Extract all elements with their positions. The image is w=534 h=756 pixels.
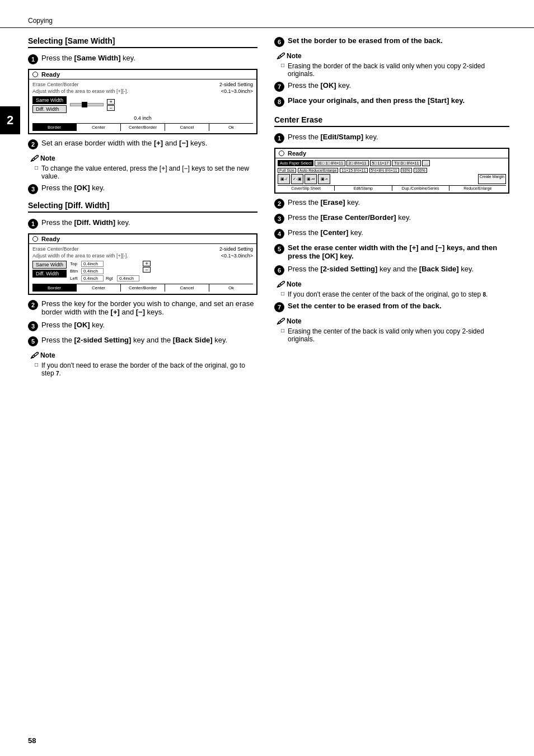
diff-top-field: Top 0.4inch (70, 261, 139, 267)
right-step6-content: Set the border to be erased from of the … (288, 36, 509, 45)
note-box-6-right: 🖊 Note Erasing the border of the back is… (274, 51, 509, 78)
ui-plus-btn[interactable]: + (107, 99, 115, 105)
note-icon-2: 🖊 (30, 154, 38, 163)
chapter-tab: 2 (0, 106, 20, 134)
diff-right-label: Rgt (106, 276, 116, 281)
ce-cover-slip-btn[interactable]: Cover/Slip Sheet (278, 186, 335, 191)
ce-step5-text: Set the erase center width with the [+] … (288, 243, 497, 260)
diff-same-width-btn[interactable]: Same Width (32, 261, 67, 269)
ce-step-number-2: 2 (274, 199, 284, 209)
same-width-heading: Selecting [Same Width] (28, 36, 257, 48)
breadcrumb: Copying (0, 11, 534, 28)
right-step-number-7: 7 (274, 82, 284, 92)
ce-step5: 5 Set the erase center width with the [+… (274, 243, 509, 260)
ce-size-1115[interactable]: 11×15 8½×11 (340, 168, 367, 173)
ce-auto-reduce[interactable]: Auto Reduce/Enlarge (298, 168, 339, 173)
ui-diff-sub-label: Adjust width of the area to erase with [… (32, 253, 128, 259)
ce-icon-3[interactable]: ▣-▪▪ (305, 174, 317, 184)
ui-diff-border-btn[interactable]: Border (32, 284, 77, 292)
ce-tab-2[interactable]: 2□ 8½×11 (346, 160, 369, 166)
ce-step-number-7: 7 (274, 302, 284, 312)
ce-reduce-enlarge-btn[interactable]: Reduce/Enlarge (449, 186, 506, 191)
ui-diff-bottom-btns: Border Center Center/Border Cancel Ok (32, 284, 253, 292)
ui-width-btns: Same Width Diff. Width (32, 96, 67, 113)
ce-note-para-7: Erasing the center of the back is valid … (281, 327, 509, 343)
diff-step-number-3: 3 (28, 321, 38, 331)
same-width-step3: 3 Press the [OK] key. (28, 184, 257, 194)
ce-note-text-6: If you don't erase the center of the bac… (277, 290, 509, 298)
ce-step3: 3 Press the [Erase Center/Border] key. (274, 213, 509, 224)
diff-left-field: Left 0.4inch (70, 275, 104, 281)
ui-minus-btn[interactable]: − (107, 105, 115, 111)
ce-dup-combine-btn[interactable]: Dup./Combine/Series (392, 186, 449, 191)
diff-width-btn[interactable]: Diff. Width (32, 105, 67, 113)
ui-diff-minus-btn[interactable]: − (143, 267, 151, 273)
left-step5-text: Press the [2-sided Setting] key and the … (41, 336, 227, 344)
step2-content: Set an erase border width with the [+] a… (41, 139, 257, 147)
ui-diff-cancel-btn[interactable]: Cancel (165, 284, 209, 292)
diff-width-step3: 3 Press the [OK] key. (28, 321, 257, 331)
ce-size-55[interactable]: 5½×8½ 8½×11 (369, 168, 399, 173)
ce-pct-93[interactable]: 93% (401, 168, 412, 173)
diff-bot-field: Btm 0.4inch (70, 268, 139, 274)
ce-step2-content: Press the [Erase] key. (288, 198, 509, 206)
ce-icon-4[interactable]: ▣-▪ (318, 174, 330, 184)
ui-slider-track (70, 103, 104, 106)
ui-diff-centerborder-btn[interactable]: Center/Border (121, 284, 165, 292)
ce-create-margin[interactable]: Create Margin (478, 174, 506, 184)
diff-step-number-1: 1 (28, 219, 38, 229)
note-box-5: 🖊 Note If you don't need to erase the bo… (28, 351, 257, 377)
ce-tab-1e[interactable]: 1E□ 1□ 8½×11 (315, 160, 345, 166)
ce-row2: Full Size Auto Reduce/Enlarge 11×15 8½×1… (278, 168, 506, 173)
diff-step2-text: Press the key for the border you wish to… (41, 299, 254, 316)
ui-diff-ok-btn[interactable]: Ok (209, 284, 253, 292)
right-step-number-6: 6 (274, 37, 284, 47)
diff-width-step1: 1 Press the [Diff. Width] key. (28, 218, 257, 229)
ce-full-size[interactable]: Full Size (278, 168, 296, 173)
ui-center-btn[interactable]: Center (77, 124, 121, 131)
step3-text: Press the [OK] key. (41, 184, 105, 192)
ui-value-display: 0.4 inch (32, 115, 253, 121)
ce-pct-100[interactable]: 100% (414, 168, 427, 173)
ce-icon-2[interactable]: ✓-▣ (291, 174, 303, 184)
ui-cancel-btn[interactable]: Cancel (165, 124, 209, 131)
ce-icon-1[interactable]: ▣-/ (278, 174, 290, 184)
note-icon-5: 🖊 (30, 351, 38, 360)
ui-diff-2sided: 2-sided Setting (219, 246, 253, 252)
ui-diff-center-btn[interactable]: Center (77, 284, 121, 292)
page-container: Copying 2 Selecting [Same Width] 1 Press… (0, 0, 534, 756)
ce-step6: 6 Press the [2-sided Setting] key and th… (274, 265, 509, 275)
note-para-5: If you don't need to erase the border of… (35, 361, 257, 377)
ui-ready-circle (32, 72, 38, 77)
ce-step3-text: Press the [Erase Center/Border] key. (288, 213, 411, 222)
ce-edit-stamp-btn[interactable]: Edit/Stamp (335, 186, 392, 191)
right-step7: 7 Press the [OK] key. (274, 81, 509, 92)
breadcrumb-text: Copying (28, 17, 53, 25)
ce-tab-more[interactable]: ... (422, 160, 430, 166)
ce-tab-auto-paper[interactable]: Auto Paper Select (278, 160, 313, 166)
right-step6-text: Set the border to be erased from of the … (288, 36, 443, 45)
note-box-2: 🖊 Note To change the value entered, pres… (28, 154, 257, 180)
diff-diff-width-btn[interactable]: Diff. Width (32, 270, 67, 278)
diff-bot-value: 0.4inch (81, 268, 104, 274)
step1-content: Press the [Same Width] key. (41, 54, 257, 62)
ui-diff-fields: Top 0.4inch Btm 0.4inch Left 0.4inch (70, 261, 139, 281)
ce-tab-5[interactable]: 5□ 11×17 (370, 160, 391, 166)
ce-step5-content: Set the erase center width with the [+] … (288, 243, 509, 260)
right-step7-content: Press the [OK] key. (288, 81, 509, 90)
right-step6: 6 Set the border to be erased from of th… (274, 36, 509, 47)
note-title-5: 🖊 Note (30, 351, 257, 360)
center-erase-heading: Center Erase (274, 115, 509, 127)
ui-ok-btn[interactable]: Ok (209, 124, 253, 131)
same-width-btn[interactable]: Same Width (32, 96, 67, 104)
ui-diff-plus-btn[interactable]: + (143, 261, 151, 266)
same-width-step2: 2 Set an erase border width with the [+]… (28, 139, 257, 149)
ce-step4-text: Press the [Center] key. (288, 228, 363, 237)
diff-width-heading: Selecting [Diff. Width] (28, 201, 257, 213)
ce-tab-tu[interactable]: TU D□ 8½×11 (392, 160, 421, 166)
ui-centerborder-btn[interactable]: Center/Border (121, 124, 165, 131)
ui-border-btn[interactable]: Border (32, 124, 77, 131)
ui-diff-plus-minus: + − (143, 261, 151, 273)
same-width-heading-text: Selecting [Same Width] (28, 36, 115, 45)
right-step8-text: Place your originals, and then press the… (288, 96, 465, 105)
